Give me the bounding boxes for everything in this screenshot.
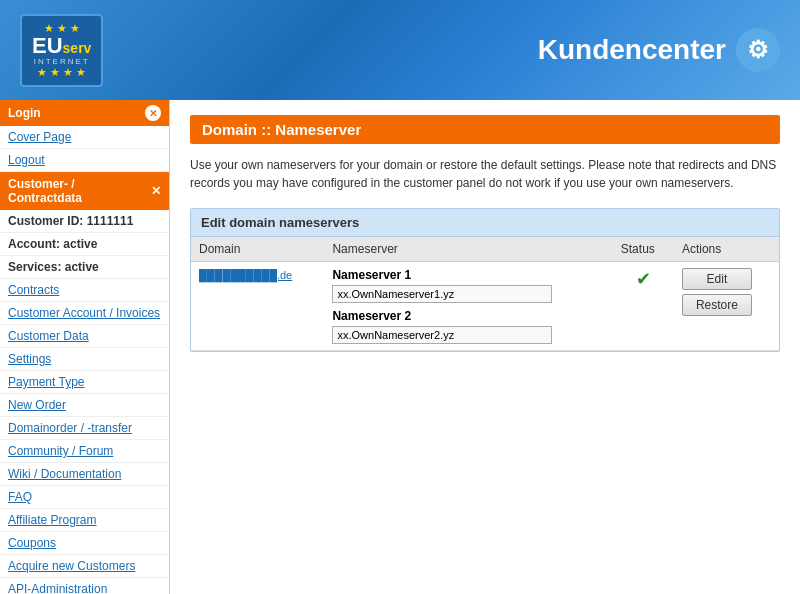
- table-section-title: Edit domain nameservers: [191, 209, 779, 237]
- ns1-input[interactable]: [332, 285, 552, 303]
- sidebar-item-customer-account-invoices[interactable]: Customer Account / Invoices: [0, 302, 169, 325]
- sidebar-item-logout[interactable]: Logout: [0, 149, 169, 172]
- sidebar-item-payment-type[interactable]: Payment Type: [0, 371, 169, 394]
- logo-area: ★ ★ ★ EU serv INTERNET ★ ★ ★ ★: [20, 14, 103, 87]
- sidebar-item-new-order[interactable]: New Order: [0, 394, 169, 417]
- main-content: Domain :: Nameserver Use your own namese…: [170, 100, 800, 594]
- sidebar-section-customer[interactable]: Customer- / Contractdata ✕: [0, 172, 169, 210]
- edit-button[interactable]: Edit: [682, 268, 752, 290]
- logo-stars-bottom: ★ ★ ★ ★: [37, 66, 86, 79]
- gear-icon[interactable]: ⚙: [736, 28, 780, 72]
- ns2-input[interactable]: [332, 326, 552, 344]
- sidebar-item-settings[interactable]: Settings: [0, 348, 169, 371]
- sidebar-item-acquire-new-customers[interactable]: Acquire new Customers: [0, 555, 169, 578]
- sidebar-item-community-forum[interactable]: Community / Forum: [0, 440, 169, 463]
- nameserver-cell: Nameserver 1 Nameserver 2: [324, 262, 612, 351]
- ns2-label: Nameserver 2: [332, 309, 604, 323]
- customer-section-icon: ✕: [151, 184, 161, 198]
- sidebar-item-contracts[interactable]: Contracts: [0, 279, 169, 302]
- status-checkmark: ✔: [636, 269, 651, 289]
- sidebar-item-affiliate-program[interactable]: Affiliate Program: [0, 509, 169, 532]
- col-nameserver: Nameserver: [324, 237, 612, 262]
- col-actions: Actions: [674, 237, 779, 262]
- logo-internet: INTERNET: [34, 57, 90, 66]
- table-row: ██████████.de Nameserver 1 Nameserver 2 …: [191, 262, 779, 351]
- nameserver-table: Domain Nameserver Status Actions ███████…: [191, 237, 779, 351]
- domain-value: ██████████.de: [199, 269, 292, 281]
- layout: Login ✕ Cover Page Logout Customer- / Co…: [0, 100, 800, 594]
- sidebar-item-coupons[interactable]: Coupons: [0, 532, 169, 555]
- restore-button[interactable]: Restore: [682, 294, 752, 316]
- sidebar-section-login[interactable]: Login ✕: [0, 100, 169, 126]
- sidebar-item-faq[interactable]: FAQ: [0, 486, 169, 509]
- sidebar-item-cover-page[interactable]: Cover Page: [0, 126, 169, 149]
- actions-cell: Edit Restore: [674, 262, 779, 351]
- domain-cell[interactable]: ██████████.de: [191, 262, 324, 351]
- page-title: Domain :: Nameserver: [190, 115, 780, 144]
- sidebar-account-status: Account: active: [0, 233, 169, 256]
- sidebar-services-status: Services: active: [0, 256, 169, 279]
- header: ★ ★ ★ EU serv INTERNET ★ ★ ★ ★ Kundencen…: [0, 0, 800, 100]
- sidebar-item-api-administration[interactable]: API-Administration: [0, 578, 169, 594]
- sidebar-item-wiki-documentation[interactable]: Wiki / Documentation: [0, 463, 169, 486]
- sidebar-item-customer-data[interactable]: Customer Data: [0, 325, 169, 348]
- status-cell: ✔: [613, 262, 674, 351]
- logo-box: ★ ★ ★ EU serv INTERNET ★ ★ ★ ★: [20, 14, 103, 87]
- sidebar-customer-id: Customer ID: 1111111: [0, 210, 169, 233]
- col-domain: Domain: [191, 237, 324, 262]
- login-section-icon: ✕: [145, 105, 161, 121]
- nameserver-table-section: Edit domain nameservers Domain Nameserve…: [190, 208, 780, 352]
- header-title: Kundencenter ⚙: [538, 28, 780, 72]
- logo-serv: serv: [63, 41, 92, 55]
- description: Use your own nameservers for your domain…: [190, 156, 780, 192]
- logo-eu: EU: [32, 35, 63, 57]
- sidebar: Login ✕ Cover Page Logout Customer- / Co…: [0, 100, 170, 594]
- sidebar-customer-label: Customer- / Contractdata: [8, 177, 151, 205]
- sidebar-item-domainorder-transfer[interactable]: Domainorder / -transfer: [0, 417, 169, 440]
- header-title-text: Kundencenter: [538, 34, 726, 66]
- col-status: Status: [613, 237, 674, 262]
- sidebar-login-label: Login: [8, 106, 41, 120]
- ns1-label: Nameserver 1: [332, 268, 604, 282]
